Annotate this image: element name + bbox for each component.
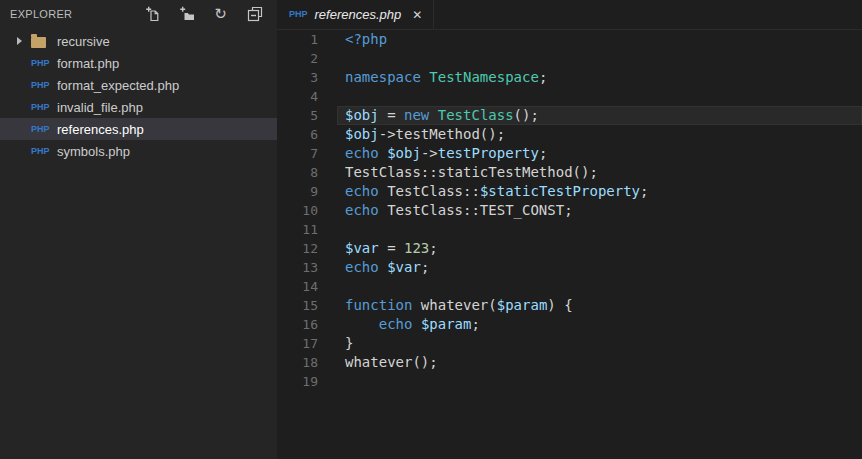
code-line-13[interactable]: 13echo $var; <box>277 258 862 277</box>
line-number: 13 <box>277 258 337 277</box>
tree-item-label: format_expected.php <box>57 78 179 93</box>
line-number: 9 <box>277 182 337 201</box>
file-item-symbols.php[interactable]: PHPsymbols.php <box>0 140 277 162</box>
line-number: 5 <box>277 106 337 125</box>
code-text: echo $var; <box>337 258 862 277</box>
code-text: namespace TestNamespace; <box>337 68 862 87</box>
tab-bar: PHP references.php ✕ <box>277 0 862 30</box>
php-icon-wrap: PHP <box>31 103 57 112</box>
code-text: <?php <box>337 30 862 49</box>
code-line-14[interactable]: 14 <box>277 277 862 296</box>
line-number: 12 <box>277 239 337 258</box>
code-line-12[interactable]: 12$var = 123; <box>277 239 862 258</box>
explorer-title: EXPLORER <box>10 8 144 20</box>
line-number: 16 <box>277 315 337 334</box>
new-folder-icon <box>179 6 195 22</box>
file-tree: recursivePHPformat.phpPHPformat_expected… <box>0 28 277 162</box>
php-icon-wrap: PHP <box>31 147 57 156</box>
code-line-8[interactable]: 8TestClass::staticTestMethod(); <box>277 163 862 182</box>
collapse-all-button[interactable] <box>246 6 263 23</box>
tab-label: references.php <box>315 7 402 22</box>
new-file-icon <box>145 6 161 22</box>
code-text: function whatever($param) { <box>337 296 862 315</box>
tree-item-label: references.php <box>57 122 144 137</box>
chevron-right-icon <box>17 37 22 45</box>
tree-item-label: format.php <box>57 56 119 71</box>
code-line-3[interactable]: 3namespace TestNamespace; <box>277 68 862 87</box>
line-number: 18 <box>277 353 337 372</box>
line-number: 15 <box>277 296 337 315</box>
code-text: echo TestClass::$staticTestProperty; <box>337 182 862 201</box>
explorer-sidebar: EXPLORER ↻ <box>0 0 277 459</box>
code-text <box>337 49 862 68</box>
code-text <box>337 372 862 391</box>
tree-item-label: invalid_file.php <box>57 100 143 115</box>
code-line-2[interactable]: 2 <box>277 49 862 68</box>
line-number: 2 <box>277 49 337 68</box>
code-line-9[interactable]: 9echo TestClass::$staticTestProperty; <box>277 182 862 201</box>
code-line-1[interactable]: 1<?php <box>277 30 862 49</box>
code-text: echo $obj->testProperty; <box>337 144 862 163</box>
code-editor[interactable]: 1<?php23namespace TestNamespace;45$obj =… <box>277 30 862 459</box>
code-text <box>337 277 862 296</box>
close-icon[interactable]: ✕ <box>412 9 422 21</box>
file-item-invalid_file.php[interactable]: PHPinvalid_file.php <box>0 96 277 118</box>
php-file-icon: PHP <box>31 103 50 112</box>
php-file-icon: PHP <box>31 125 50 134</box>
code-line-15[interactable]: 15function whatever($param) { <box>277 296 862 315</box>
code-line-10[interactable]: 10echo TestClass::TEST_CONST; <box>277 201 862 220</box>
code-line-5[interactable]: 5$obj = new TestClass(); <box>277 106 862 125</box>
file-item-format.php[interactable]: PHPformat.php <box>0 52 277 74</box>
code-line-6[interactable]: 6$obj->testMethod(); <box>277 125 862 144</box>
folder-icon-wrap <box>31 35 57 48</box>
php-file-icon: PHP <box>31 147 50 156</box>
code-line-19[interactable]: 19 <box>277 372 862 391</box>
line-number: 19 <box>277 372 337 391</box>
php-file-icon: PHP <box>31 81 50 90</box>
file-item-references.php[interactable]: PHPreferences.php <box>0 118 277 140</box>
new-file-button[interactable] <box>144 6 161 23</box>
line-number: 10 <box>277 201 337 220</box>
line-number: 3 <box>277 68 337 87</box>
code-line-16[interactable]: 16 echo $param; <box>277 315 862 334</box>
php-icon-wrap: PHP <box>31 59 57 68</box>
folder-item-recursive[interactable]: recursive <box>0 30 277 52</box>
code-text: TestClass::staticTestMethod(); <box>337 163 862 182</box>
php-icon-wrap: PHP <box>31 125 57 134</box>
refresh-icon: ↻ <box>214 7 227 22</box>
code-text <box>337 220 862 239</box>
php-file-icon: PHP <box>31 59 50 68</box>
folder-icon <box>31 37 46 48</box>
code-line-4[interactable]: 4 <box>277 87 862 106</box>
code-text: $obj = new TestClass(); <box>337 106 862 125</box>
code-text: $var = 123; <box>337 239 862 258</box>
refresh-button[interactable]: ↻ <box>212 6 229 23</box>
php-icon-wrap: PHP <box>31 81 57 90</box>
line-number: 14 <box>277 277 337 296</box>
line-number: 17 <box>277 334 337 353</box>
code-line-18[interactable]: 18whatever(); <box>277 353 862 372</box>
code-line-7[interactable]: 7echo $obj->testProperty; <box>277 144 862 163</box>
line-number: 6 <box>277 125 337 144</box>
line-number: 4 <box>277 87 337 106</box>
code-line-17[interactable]: 17} <box>277 334 862 353</box>
code-text: $obj->testMethod(); <box>337 125 862 144</box>
code-text: } <box>337 334 862 353</box>
explorer-actions: ↻ <box>144 6 263 23</box>
file-item-format_expected.php[interactable]: PHPformat_expected.php <box>0 74 277 96</box>
line-number: 8 <box>277 163 337 182</box>
line-number: 1 <box>277 30 337 49</box>
code-text: echo TestClass::TEST_CONST; <box>337 201 862 220</box>
line-number: 11 <box>277 220 337 239</box>
twisty <box>17 37 31 45</box>
vscode-window: EXPLORER ↻ <box>0 0 862 459</box>
collapse-all-icon <box>247 6 263 22</box>
new-folder-button[interactable] <box>178 6 195 23</box>
code-line-11[interactable]: 11 <box>277 220 862 239</box>
editor-group: PHP references.php ✕ 1<?php23namespace T… <box>277 0 862 459</box>
tree-item-label: symbols.php <box>57 144 130 159</box>
tree-item-label: recursive <box>57 34 110 49</box>
tab-references-php[interactable]: PHP references.php ✕ <box>277 0 434 29</box>
php-file-icon: PHP <box>289 10 308 19</box>
code-text: echo $param; <box>337 315 862 334</box>
